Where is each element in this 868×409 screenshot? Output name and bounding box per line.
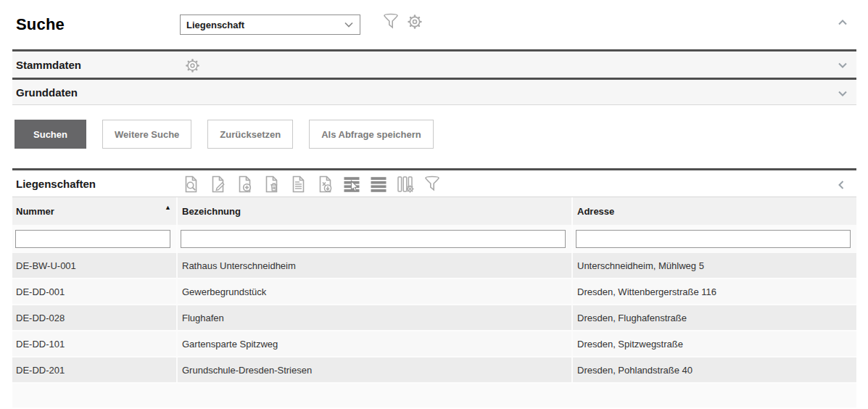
gear-icon[interactable] — [405, 12, 424, 31]
cell-bezeichnung: Gartensparte Spitzweg — [178, 331, 573, 356]
section-label: Stammdaten — [16, 59, 81, 71]
table-filter-row — [12, 225, 856, 253]
filter-input-nummer[interactable] — [15, 230, 170, 248]
chevron-up-icon[interactable] — [836, 16, 849, 29]
search-header: Suche Liegenschaft — [12, 0, 856, 49]
cell-nummer: DE-DD-001 — [12, 279, 178, 304]
table-row[interactable]: DE-DD-001 Gewerbegrundstück Dresden, Wit… — [12, 279, 856, 305]
module-select-value: Liegenschaft — [186, 20, 244, 30]
chevron-left-icon[interactable] — [835, 178, 848, 191]
filter-input-bezeichnung[interactable] — [181, 230, 566, 248]
reset-button[interactable]: Zurücksetzen — [207, 120, 293, 149]
section-grunddaten[interactable]: Grunddaten — [12, 78, 856, 105]
section-label: Grunddaten — [16, 86, 78, 99]
add-record-icon[interactable] — [235, 175, 254, 194]
more-search-button[interactable]: Weitere Suche — [102, 120, 191, 149]
cell-nummer: DE-DD-028 — [12, 305, 178, 330]
cell-bezeichnung: Flughafen — [178, 305, 573, 330]
cell-adresse: Unterschneidheim, Mühlweg 5 — [573, 253, 856, 278]
funnel-icon[interactable] — [381, 12, 400, 31]
cell-bezeichnung: Rathaus Unterschneidheim — [178, 253, 573, 278]
chevron-down-icon[interactable] — [836, 59, 849, 72]
cell-nummer: DE-BW-U-001 — [12, 253, 178, 278]
cell-bezeichnung: Gewerbegrundstück — [178, 279, 573, 304]
results-title: Liegenschaften — [16, 178, 96, 190]
edit-record-icon[interactable] — [208, 175, 227, 194]
table-row[interactable]: DE-DD-201 Grundschule-Dresden-Striesen D… — [12, 358, 856, 384]
export-icon[interactable] — [315, 175, 334, 194]
cell-nummer: DE-DD-101 — [12, 331, 178, 356]
cell-bezeichnung: Grundschule-Dresden-Striesen — [178, 358, 573, 382]
save-query-button[interactable]: Als Abfrage speichern — [309, 120, 434, 149]
sort-ascending-icon[interactable]: ▲ — [165, 204, 171, 211]
table-header-row: Nummer ▲ Bezeichnung Adresse — [12, 197, 856, 225]
view-record-icon[interactable] — [181, 175, 200, 194]
results-table: Nummer ▲ Bezeichnung Adresse DE-BW-U-001… — [12, 197, 856, 408]
chevron-down-icon[interactable] — [836, 87, 849, 100]
cell-adresse: Dresden, Spitzwegstraße — [573, 331, 856, 356]
cell-adresse: Dresden, Pohlandstraße 40 — [573, 358, 856, 382]
cell-adresse: Dresden, Flughafenstraße — [573, 305, 856, 330]
document-icon[interactable] — [289, 175, 307, 194]
column-header-bezeichnung[interactable]: Bezeichnung — [178, 197, 573, 225]
chevron-down-icon — [344, 20, 354, 30]
module-select-dropdown[interactable]: Liegenschaft — [180, 15, 360, 35]
cell-adresse: Dresden, Wittenbergerstraße 116 — [573, 279, 856, 304]
delete-record-icon[interactable] — [262, 175, 281, 194]
search-button[interactable]: Suchen — [15, 120, 86, 149]
table-row[interactable]: DE-DD-028 Flughafen Dresden, Flughafenst… — [12, 305, 856, 331]
results-header: Liegenschaften — [12, 168, 856, 197]
search-page: Suche Liegenschaft Stammdaten — [0, 0, 868, 408]
rows-view-icon[interactable] — [369, 175, 388, 194]
page-title: Suche — [16, 15, 65, 34]
gear-icon[interactable] — [183, 57, 202, 75]
table-row[interactable]: DE-DD-101 Gartensparte Spitzweg Dresden,… — [12, 331, 856, 358]
select-rows-icon[interactable] — [342, 175, 361, 194]
cell-nummer: DE-DD-201 — [12, 358, 178, 382]
section-stammdaten[interactable]: Stammdaten — [12, 49, 856, 78]
action-buttons-row: Suchen Weitere Suche Zurücksetzen Als Ab… — [12, 105, 856, 168]
results-toolbar — [181, 175, 442, 194]
column-header-nummer[interactable]: Nummer ▲ — [12, 197, 178, 225]
column-header-adresse[interactable]: Adresse — [573, 197, 856, 225]
table-row[interactable]: DE-BW-U-001 Rathaus Unterschneidheim Unt… — [12, 253, 856, 279]
filter-input-adresse[interactable] — [576, 230, 851, 248]
column-settings-icon[interactable] — [396, 175, 415, 194]
table-empty-area — [12, 384, 856, 408]
filter-icon[interactable] — [423, 175, 442, 194]
